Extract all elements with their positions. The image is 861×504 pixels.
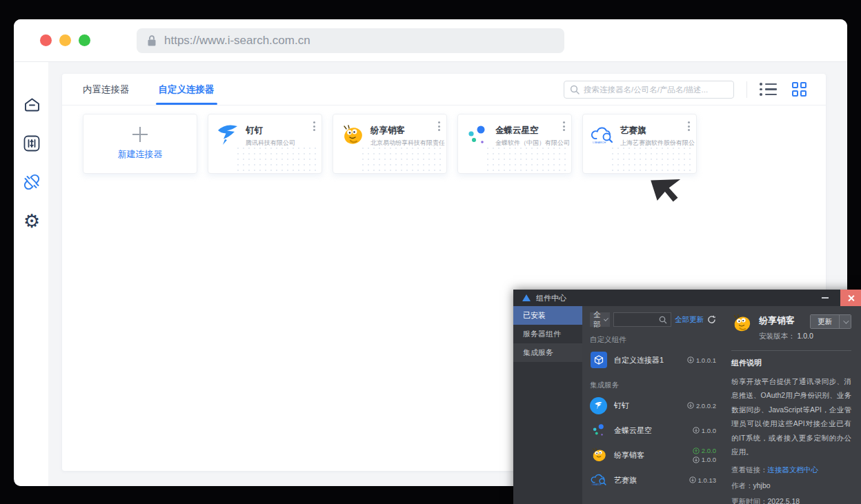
divider xyxy=(746,81,747,98)
gear-icon: ⚙ xyxy=(23,212,40,230)
card-menu-button[interactable] xyxy=(563,121,565,131)
connector-card-isearch[interactable]: I-SEARCH 艺赛旗 上海艺赛旗软件股份有限公司 xyxy=(582,114,697,174)
search-input[interactable] xyxy=(584,85,728,94)
detail-author-row: 作者：yhjbo xyxy=(731,481,851,491)
connector-card-fxiaoke[interactable]: 纷享销客 北京易动纷享科技有限责任公司 xyxy=(333,114,447,174)
card-menu-button[interactable] xyxy=(688,121,690,131)
component-item-kingdee[interactable]: 金蝶云星空 1.0.0 xyxy=(590,418,716,443)
mouse-cursor xyxy=(647,166,687,206)
close-icon xyxy=(848,295,854,301)
component-item-isearch[interactable]: I-SEARCH 艺赛旗 1.0.13 xyxy=(590,467,716,492)
detail-component-name: 纷享销客 xyxy=(759,314,813,327)
connector-cards: 新建连接器 钉钉 腾讯科技有限公司 xyxy=(83,114,697,174)
connector-card-kingdee[interactable]: 金蝶云星空 金蝶软件（中国）有限公司 xyxy=(457,114,572,174)
kingdee-dots-icon xyxy=(466,123,489,147)
component-name: 钉钉 xyxy=(614,401,687,411)
version-icon xyxy=(687,402,694,409)
component-center-body: 已安装 服务器组件 集成服务 全部 全部更新 xyxy=(513,306,861,504)
card-dot-decoration xyxy=(360,145,444,171)
component-search-input[interactable] xyxy=(617,316,659,324)
nav-item-installed[interactable]: 已安装 xyxy=(513,306,582,325)
minimize-icon xyxy=(822,297,829,299)
update-all-link[interactable]: 全部更新 xyxy=(675,315,704,325)
sidebar-item-connectors[interactable] xyxy=(22,172,41,192)
tab-builtin-connectors[interactable]: 内置连接器 xyxy=(83,74,130,105)
update-split-button[interactable]: 更新 xyxy=(810,314,851,329)
nav-item-integration-services[interactable]: 集成服务 xyxy=(513,343,582,362)
card-dot-decoration xyxy=(235,145,319,171)
section-label-custom: 自定义组件 xyxy=(590,335,716,345)
custom-connector-icon xyxy=(591,352,607,368)
component-detail-pane: 纷享销客 安装版本：1.0.0 更新 组件说明 纷享开放平台提供了通讯录同步、消… xyxy=(722,306,861,504)
connector-search[interactable] xyxy=(564,81,734,99)
fxiaoke-bee-icon xyxy=(591,447,607,463)
component-item-dingtalk[interactable]: 钉钉 2.0.0.2 xyxy=(590,393,716,418)
card-dot-decoration xyxy=(485,145,569,171)
fxiaoke-bee-icon xyxy=(731,313,752,334)
home-icon xyxy=(23,96,41,114)
isearch-cloud-icon: I-SEARCH xyxy=(591,472,607,488)
connector-card-dingtalk[interactable]: 钉钉 腾讯科技有限公司 xyxy=(208,114,322,174)
panel-header: 内置连接器 自定义连接器 xyxy=(62,74,826,105)
minimize-button[interactable] xyxy=(815,290,835,306)
sliders-icon xyxy=(23,134,41,152)
dingtalk-icon xyxy=(590,397,607,414)
maximize-window-button[interactable] xyxy=(79,34,90,46)
version-icon xyxy=(687,356,694,363)
sidebar-item-home[interactable] xyxy=(22,95,41,114)
component-center-nav: 已安装 服务器组件 集成服务 xyxy=(513,306,582,504)
connector-name: 金蝶云星空 xyxy=(495,125,539,137)
version-badge: 1.0.0 xyxy=(693,427,716,434)
app-logo-icon xyxy=(522,294,531,301)
dingtalk-icon xyxy=(216,123,239,147)
docs-link[interactable]: 连接器文档中心 xyxy=(768,465,819,474)
filter-dropdown[interactable]: 全部 xyxy=(590,312,610,327)
connector-name: 钉钉 xyxy=(246,125,263,137)
tab-custom-connectors[interactable]: 自定义连接器 xyxy=(159,74,215,105)
lock-icon xyxy=(146,34,157,47)
connector-name: 艺赛旗 xyxy=(620,125,646,137)
installed-version-row: 安装版本：1.0.0 xyxy=(759,332,813,341)
url-text: https://www.i-search.com.cn xyxy=(164,34,310,48)
sidebar-item-settings[interactable]: ⚙ xyxy=(22,211,41,230)
new-connector-card[interactable]: 新建连接器 xyxy=(83,114,197,174)
card-menu-button[interactable] xyxy=(438,121,440,131)
close-window-button[interactable] xyxy=(40,34,52,46)
version-badge: 1.0.0 xyxy=(693,456,716,463)
refresh-button[interactable] xyxy=(707,315,716,324)
new-connector-label: 新建连接器 xyxy=(118,148,163,161)
version-badge: 1.0.0.1 xyxy=(687,356,716,364)
chevron-down-icon xyxy=(603,316,608,321)
update-button[interactable]: 更新 xyxy=(811,315,839,328)
connector-name: 纷享销客 xyxy=(370,125,405,137)
component-list-pane: 全部 全部更新 自定义组件 自定义连接器 xyxy=(582,306,722,504)
component-item-custom-connector1[interactable]: 自定义连接器1 1.0.0.1 xyxy=(590,347,716,372)
update-available-badge: 2.0.0 xyxy=(693,447,716,454)
filter-selected-value: 全部 xyxy=(593,310,604,330)
list-view-button[interactable] xyxy=(760,83,777,96)
nav-item-server-components[interactable]: 服务器组件 xyxy=(513,325,582,343)
component-toolbar: 全部 全部更新 xyxy=(590,312,716,327)
component-name: 自定义连接器1 xyxy=(614,355,687,365)
grid-view-button[interactable] xyxy=(792,82,807,97)
window-controls xyxy=(40,34,90,46)
app-sidebar: ⚙ xyxy=(15,62,48,486)
component-item-fxiaoke[interactable]: 纷享销客 2.0.0 1.0.0 xyxy=(590,443,716,467)
version-icon xyxy=(693,456,700,463)
version-badge: 2.0.0.2 xyxy=(687,402,716,410)
sidebar-item-tasks[interactable] xyxy=(22,134,41,153)
update-options-button[interactable] xyxy=(839,315,851,328)
minimize-window-button[interactable] xyxy=(59,34,71,46)
component-center-window: 组件中心 已安装 服务器组件 集成服务 全部 全部更新 xyxy=(513,290,861,504)
card-menu-button[interactable] xyxy=(313,121,315,131)
component-name: 纷享销客 xyxy=(614,450,693,461)
component-search[interactable] xyxy=(613,312,671,327)
search-icon xyxy=(570,85,580,94)
close-button[interactable] xyxy=(840,290,861,306)
detail-updated-row: 更新时间：2022.5.18 xyxy=(731,497,851,504)
svg-text:I-SEARCH: I-SEARCH xyxy=(592,483,601,486)
search-icon xyxy=(659,316,667,324)
plus-icon xyxy=(132,127,148,142)
address-bar[interactable]: https://www.i-search.com.cn xyxy=(137,28,564,53)
version-badge: 1.0.13 xyxy=(689,476,716,484)
